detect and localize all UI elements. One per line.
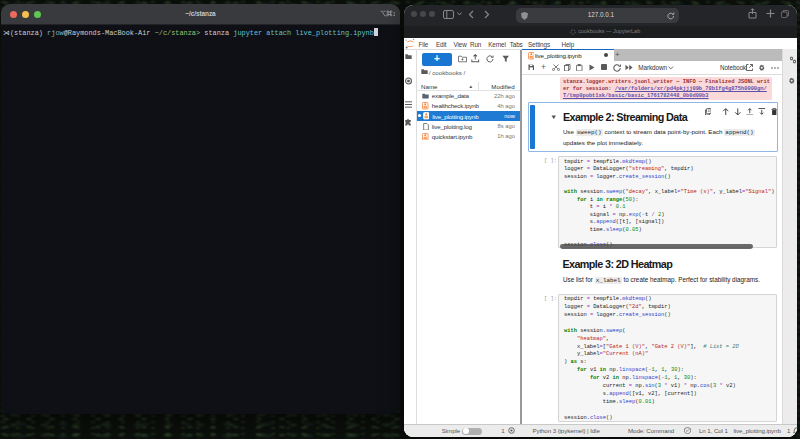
svg-text:1: 1: [393, 10, 395, 16]
